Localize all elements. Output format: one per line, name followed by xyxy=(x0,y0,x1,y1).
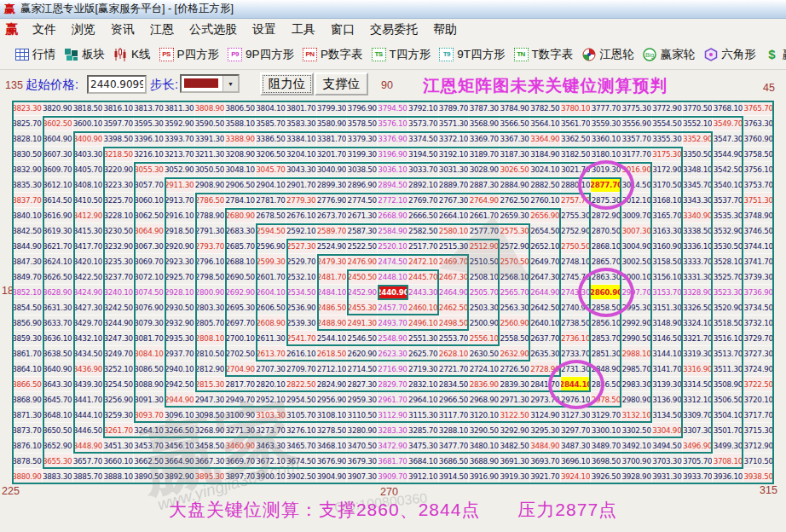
toolbar-button[interactable]: $赢家服务 xyxy=(765,47,786,62)
price-cell: 3657.70 xyxy=(73,454,104,469)
price-cell: 3110.50 xyxy=(347,408,378,423)
menu-item[interactable]: 资讯 xyxy=(103,20,142,39)
price-cell: 2702.50 xyxy=(225,346,256,361)
toolbar-button[interactable]: 板块 xyxy=(64,47,105,62)
price-cell: 2748.10 xyxy=(561,254,592,269)
toolbar-button[interactable]: 行情 xyxy=(14,47,55,62)
price-cell: 3585.70 xyxy=(256,116,286,131)
gann-wheel-icon xyxy=(581,48,596,61)
price-cell: 3559.30 xyxy=(591,116,621,131)
toolbar-button[interactable]: TST四方形 xyxy=(372,47,431,62)
price-cell: 3556.90 xyxy=(621,116,652,131)
price-cell: 3933.70 xyxy=(683,469,714,484)
angle-label-135: 135 xyxy=(5,79,23,91)
toolbar-button-label: 江恩轮 xyxy=(599,47,634,62)
price-cell: 3892.90 xyxy=(165,469,195,484)
price-cell: 3168.10 xyxy=(652,193,683,208)
price-cell: 3163.30 xyxy=(652,223,683,239)
start-price-input[interactable] xyxy=(87,75,147,94)
price-cell: 3633.70 xyxy=(43,315,73,331)
price-cell: 2625.70 xyxy=(408,346,439,361)
price-cell: 2551.30 xyxy=(408,331,439,346)
menu-item[interactable]: 公式选股 xyxy=(182,20,245,39)
menu-item[interactable]: 设置 xyxy=(245,20,284,39)
price-cell: 3537.70 xyxy=(713,193,743,208)
resistance-button[interactable]: 阻力位 xyxy=(260,72,314,95)
price-cell: 3112.90 xyxy=(378,408,408,423)
menu-bar: 赢 文件浏览资讯江恩公式选股设置工具窗口交易委托帮助 xyxy=(0,20,786,39)
price-cell: 2575.30 xyxy=(500,223,530,239)
toolbar-button[interactable]: PNP数字表 xyxy=(303,47,363,62)
price-cell: 3626.50 xyxy=(43,269,73,285)
menu-item[interactable]: 浏览 xyxy=(64,20,103,39)
price-cell: 2796.10 xyxy=(195,254,226,269)
status-bar-text: 大盘关键位测算：支撑2860、2844点 压力2877点 xyxy=(0,498,786,522)
menu-item[interactable]: 文件 xyxy=(25,20,64,39)
price-cell: 3501.70 xyxy=(713,423,743,438)
menu-item[interactable]: 江恩 xyxy=(142,20,182,39)
price-cell: 3924.10 xyxy=(561,469,592,484)
price-cell: 3912.10 xyxy=(408,469,439,484)
price-cell: 2584.90 xyxy=(378,223,408,239)
toolbar-button[interactable]: TNT数字表 xyxy=(514,47,574,62)
svg-text:Big: Big xyxy=(645,52,654,59)
price-cell: 2875.30 xyxy=(591,193,621,208)
price-cell: 3535.30 xyxy=(713,208,743,223)
price-cell: 3016.90 xyxy=(621,162,652,177)
price-cell: 3067.30 xyxy=(134,239,165,254)
price-cell: 2846.50 xyxy=(591,377,621,392)
price-cell: 3885.70 xyxy=(73,469,104,484)
toolbar-button[interactable]: K线 xyxy=(113,47,151,62)
price-cell: 2836.90 xyxy=(469,377,500,392)
price-cell: 2697.70 xyxy=(225,315,256,331)
price-cell: 3326.50 xyxy=(683,300,714,315)
pn-badge-icon: PN xyxy=(303,48,317,61)
price-cell: 2973.70 xyxy=(530,392,561,408)
price-cell: 3732.10 xyxy=(743,315,774,331)
price-cell: 3024.10 xyxy=(530,162,561,177)
price-cell: 2887.30 xyxy=(469,177,500,193)
price-cell: 3907.30 xyxy=(347,469,378,484)
price-cell: 2440.90 xyxy=(378,285,408,300)
toolbar-button[interactable]: 六角形 xyxy=(703,47,756,62)
price-cell: 2707.30 xyxy=(256,361,286,377)
price-cell: 3672.10 xyxy=(256,454,286,469)
toolbar-button[interactable]: T99T四方形 xyxy=(439,47,505,62)
support-button[interactable]: 支撑位 xyxy=(315,72,368,95)
price-cell: 2911.30 xyxy=(165,177,195,193)
price-cell: 3170.50 xyxy=(652,177,683,193)
price-cell: 3206.50 xyxy=(256,147,286,162)
price-cell: 3919.30 xyxy=(500,469,530,484)
chevron-down-icon[interactable]: ▼ xyxy=(223,76,238,91)
price-cell: 3828.10 xyxy=(12,131,43,147)
menu-item[interactable]: 工具 xyxy=(284,20,323,39)
price-cell: 3259.30 xyxy=(103,408,134,423)
toolbar-button[interactable]: Big赢家轮 xyxy=(643,47,696,62)
price-cell: 3302.50 xyxy=(621,423,652,438)
toolbar-button[interactable]: 江恩轮 xyxy=(581,47,634,62)
toolbar-button[interactable]: PSP四方形 xyxy=(159,47,220,62)
price-cell: 3624.10 xyxy=(43,254,73,269)
price-cell: 3441.70 xyxy=(73,392,104,408)
price-cell: 3715.30 xyxy=(743,423,774,438)
price-cell: 3364.90 xyxy=(530,131,561,147)
t9-badge-icon: T9 xyxy=(439,48,454,61)
price-cell: 2827.30 xyxy=(347,377,378,392)
price-cell: 3782.50 xyxy=(530,101,561,116)
toolbar-button-label: T数字表 xyxy=(532,47,574,62)
price-cell: 3429.70 xyxy=(73,315,104,331)
menu-item[interactable]: 帮助 xyxy=(425,20,465,39)
price-cell: 3172.90 xyxy=(652,162,683,177)
price-cell: 2457.70 xyxy=(378,300,408,315)
price-cell: 3830.50 xyxy=(12,147,43,162)
price-cell: 3571.30 xyxy=(439,116,470,131)
price-cell: 3182.50 xyxy=(561,147,592,162)
menu-item[interactable]: 窗口 xyxy=(323,20,362,39)
price-cell: 3895.30 xyxy=(195,469,226,484)
price-cell: 3297.70 xyxy=(561,423,592,438)
price-cell: 2824.90 xyxy=(317,377,348,392)
step-dropdown[interactable]: ▼ xyxy=(180,74,240,93)
toolbar-button[interactable]: P99P四方形 xyxy=(228,47,294,62)
price-cell: 2949.70 xyxy=(225,392,256,408)
menu-item[interactable]: 交易委托 xyxy=(362,20,425,39)
